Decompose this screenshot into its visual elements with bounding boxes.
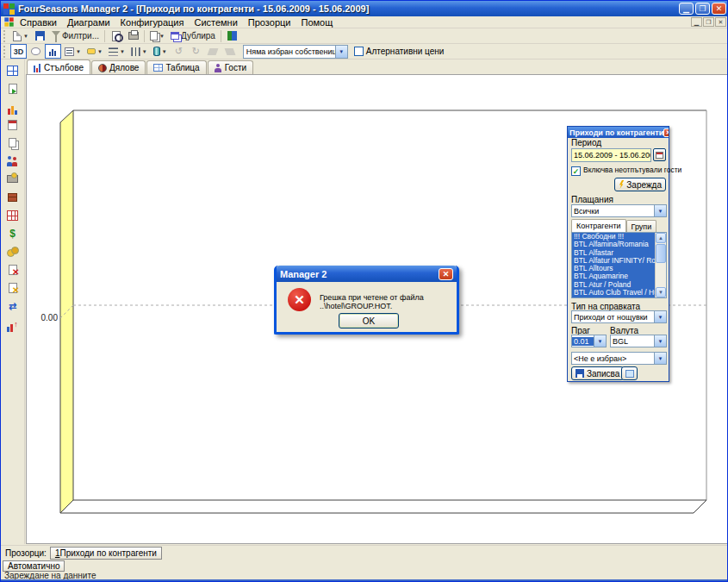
void-red-button[interactable]: ✕ bbox=[4, 262, 22, 277]
ok-button[interactable]: OK bbox=[339, 313, 399, 329]
depth-right-button[interactable] bbox=[222, 44, 239, 59]
copy-button[interactable]: ▼ bbox=[147, 28, 167, 43]
chevron-down-icon[interactable]: ▼ bbox=[654, 353, 666, 364]
calendar-button[interactable] bbox=[4, 117, 22, 132]
save-report-button[interactable]: Записва bbox=[571, 366, 624, 380]
rotate-shape-icon bbox=[31, 47, 40, 55]
calendar-picker-button[interactable] bbox=[653, 148, 666, 161]
guests-button[interactable] bbox=[4, 153, 22, 168]
tab-pie[interactable]: Дялове bbox=[91, 60, 146, 74]
chevron-down-icon[interactable]: ▼ bbox=[335, 46, 347, 58]
list-item[interactable]: BTL Atur / Poland bbox=[572, 281, 655, 289]
list-item[interactable]: BTL Alltours bbox=[572, 265, 655, 272]
list-item[interactable]: BTL Auto Club Travel / Hunga bbox=[572, 289, 655, 297]
menu-reports[interactable]: Справки bbox=[15, 17, 62, 28]
list-item[interactable]: BTL Aquamarine bbox=[572, 272, 655, 280]
3d-toggle-button[interactable]: 3D bbox=[10, 44, 27, 59]
menu-windows[interactable]: Прозорци bbox=[243, 17, 296, 28]
bar-style-button[interactable] bbox=[45, 44, 61, 59]
chevron-down-icon[interactable]: ▼ bbox=[654, 335, 666, 347]
rotate-chart-button[interactable] bbox=[28, 44, 44, 59]
counterparties-list: !!! Свободни !!! BTL Alfamina/Romania BT… bbox=[571, 232, 667, 298]
storage-button[interactable] bbox=[4, 190, 22, 204]
tab-table[interactable]: Таблица bbox=[146, 60, 206, 74]
currency-combo[interactable]: BGL ▼ bbox=[610, 335, 667, 347]
transfer-button[interactable]: ⇄ bbox=[4, 298, 22, 313]
menu-bar: Справки Диаграми Конфигурация Системни П… bbox=[1, 16, 728, 28]
cash-drawer-button[interactable] bbox=[4, 172, 22, 186]
mdi-restore-button[interactable]: ❐ bbox=[703, 17, 714, 27]
new-report-button[interactable]: ▼ bbox=[10, 28, 31, 43]
void-yellow-button[interactable]: ✕ bbox=[4, 280, 22, 295]
rotate-ccw-button[interactable]: ↺ bbox=[171, 44, 187, 59]
checkbox-box[interactable] bbox=[354, 47, 364, 56]
list-item[interactable]: !!! Свободни !!! bbox=[572, 233, 655, 241]
dialog-close-icon[interactable]: ✕ bbox=[439, 268, 453, 280]
room-plan-button[interactable] bbox=[4, 63, 22, 78]
load-button[interactable]: Зарежда bbox=[614, 178, 666, 191]
menu-system[interactable]: Системни bbox=[189, 17, 242, 28]
payments-button[interactable] bbox=[4, 244, 22, 259]
filters-button[interactable]: Филтри... bbox=[49, 28, 102, 43]
save-button[interactable] bbox=[32, 28, 48, 43]
rotate-cw-button[interactable]: ↻ bbox=[188, 44, 204, 59]
mdi-minimize-button[interactable]: ▁ bbox=[691, 17, 702, 27]
close-button[interactable]: ✕ bbox=[712, 3, 726, 15]
toolbar-grip[interactable] bbox=[3, 46, 7, 58]
charts-button[interactable] bbox=[4, 99, 22, 114]
tab-counterparties[interactable]: Контрагенти bbox=[571, 219, 626, 232]
toolbar-grip[interactable] bbox=[3, 30, 7, 42]
panel-title-bar[interactable]: Приходи по контрагенти ✕ bbox=[568, 127, 669, 138]
chevron-down-icon[interactable]: ▼ bbox=[654, 205, 666, 216]
list-scrollbar[interactable]: ▲ ▼ bbox=[655, 233, 666, 297]
export-button[interactable] bbox=[224, 28, 240, 43]
list-item[interactable] bbox=[572, 297, 655, 297]
print-button[interactable] bbox=[125, 28, 141, 43]
table-icon bbox=[153, 64, 163, 72]
list-item[interactable]: BTL Alfatur INFINITY/ Romani bbox=[572, 257, 655, 265]
occupancy-button[interactable] bbox=[4, 208, 22, 222]
table-view-button[interactable] bbox=[621, 366, 638, 380]
checkbox-checked-icon[interactable]: ✓ bbox=[571, 166, 581, 176]
include-guests-checkbox[interactable]: ✓ Включва неотпътували гости bbox=[571, 166, 681, 176]
calendar-copy-button[interactable] bbox=[4, 135, 22, 150]
series-style-button[interactable]: ▼ bbox=[151, 44, 170, 59]
list-item[interactable]: BTL Alfamina/Romania bbox=[572, 241, 655, 248]
scroll-thumb[interactable] bbox=[656, 244, 666, 263]
marks-button[interactable]: ▼ bbox=[84, 44, 105, 59]
period-field[interactable]: 15.06.2009 - 15.06.2009 bbox=[571, 148, 651, 162]
list-item[interactable]: BTL Alfastar bbox=[572, 249, 655, 257]
panel-close-icon[interactable]: ✕ bbox=[663, 128, 669, 137]
menu-help[interactable]: Помощ bbox=[296, 17, 338, 28]
vertical-grid-button[interactable]: ▼ bbox=[128, 44, 150, 59]
minimize-button[interactable]: ▁ bbox=[679, 3, 694, 15]
report-stats-button[interactable]: ↑ bbox=[4, 316, 22, 331]
menu-diagrams[interactable]: Диаграми bbox=[62, 17, 115, 28]
currency-button[interactable]: $ bbox=[4, 226, 22, 241]
chevron-down-icon[interactable]: ▼ bbox=[654, 311, 666, 322]
payments-combo[interactable]: Всички ▼ bbox=[571, 204, 667, 217]
window-tab-button[interactable]: 1 Приходи по контрагенти bbox=[50, 547, 162, 560]
scroll-up-icon[interactable]: ▲ bbox=[656, 233, 666, 243]
chevron-down-icon[interactable]: ▼ bbox=[594, 335, 606, 347]
threshold-combo[interactable]: 0.01 ▼ bbox=[571, 335, 607, 347]
mdi-close-button[interactable]: ✕ bbox=[715, 17, 726, 27]
owner-combo[interactable]: Няма избран собственици ▼ bbox=[243, 45, 348, 59]
rotate-cw-icon: ↻ bbox=[192, 46, 200, 57]
owner-select-combo[interactable]: <Не е избран> ▼ bbox=[571, 352, 667, 365]
dialog-title-bar[interactable]: Manager 2 ✕ bbox=[277, 266, 457, 282]
horizontal-grid-button[interactable]: ▼ bbox=[106, 44, 128, 59]
legend-button[interactable]: ▼ bbox=[62, 44, 84, 59]
report-type-combo[interactable]: Приходи от нощувки ▼ bbox=[571, 310, 667, 323]
alternative-prices-checkbox[interactable]: Алтернативни цени bbox=[354, 47, 445, 56]
print-preview-button[interactable] bbox=[108, 28, 124, 43]
depth-left-button[interactable] bbox=[205, 44, 221, 59]
menu-configuration[interactable]: Конфигурация bbox=[115, 17, 190, 28]
restore-button[interactable]: ❐ bbox=[695, 3, 710, 15]
document-exchange-button[interactable] bbox=[4, 81, 22, 96]
duplicate-button[interactable]: Дублира bbox=[168, 28, 218, 43]
tab-bars[interactable]: Стълбове bbox=[27, 59, 90, 74]
tab-groups[interactable]: Групи bbox=[626, 220, 657, 232]
scroll-down-icon[interactable]: ▼ bbox=[656, 287, 666, 297]
tab-guests[interactable]: Гости bbox=[208, 60, 253, 74]
